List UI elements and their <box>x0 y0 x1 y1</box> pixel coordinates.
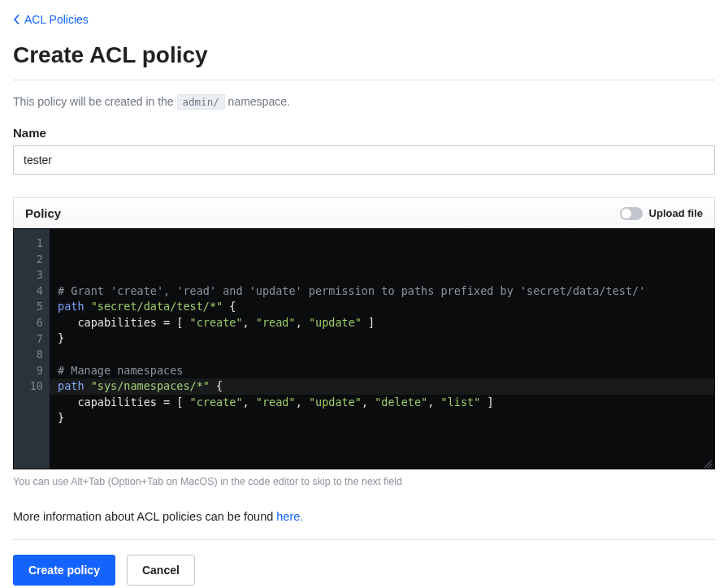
page-title: Create ACL policy <box>13 42 715 80</box>
namespace-code: admin/ <box>177 94 225 110</box>
back-link[interactable]: ACL Policies <box>13 13 89 26</box>
back-link-label: ACL Policies <box>24 13 89 26</box>
upload-file-label: Upload file <box>649 207 703 219</box>
cancel-button[interactable]: Cancel <box>127 555 195 586</box>
policy-editor[interactable]: 12345678910 # Grant 'create', 'read' and… <box>13 228 715 469</box>
policy-header: Policy Upload file <box>13 197 715 228</box>
editor-gutter: 12345678910 <box>14 229 50 469</box>
create-policy-button[interactable]: Create policy <box>13 555 115 586</box>
resize-handle-icon[interactable] <box>701 457 713 469</box>
name-input[interactable] <box>13 145 715 175</box>
editor-hint: You can use Alt+Tab (Option+Tab on MacOS… <box>13 476 715 487</box>
editor-code[interactable]: # Grant 'create', 'read' and 'update' pe… <box>50 229 714 469</box>
namespace-info: This policy will be created in the admin… <box>13 95 715 108</box>
upload-file-toggle[interactable] <box>620 207 643 220</box>
more-info: More information about ACL policies can … <box>13 510 715 540</box>
more-info-link[interactable]: here. <box>276 510 303 523</box>
policy-header-label: Policy <box>25 206 61 220</box>
chevron-left-icon <box>13 15 20 24</box>
name-label: Name <box>13 126 715 140</box>
